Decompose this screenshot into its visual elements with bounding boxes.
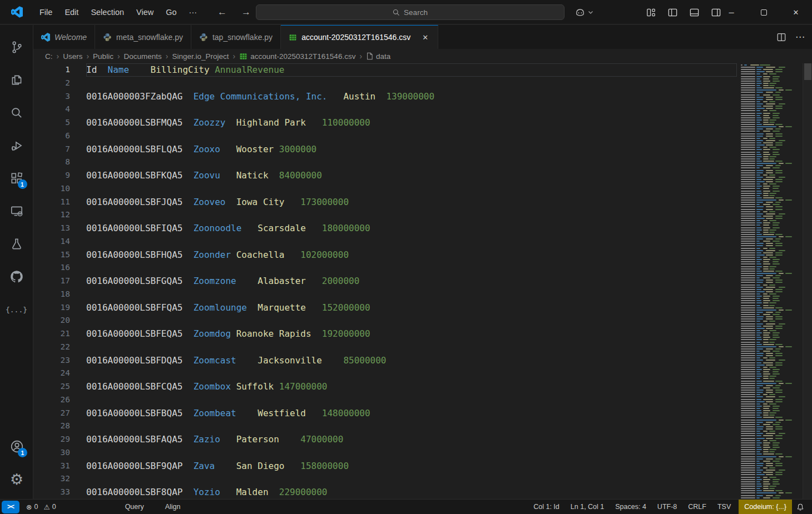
line-number[interactable]: 28: [33, 420, 70, 433]
breadcrumb-item-singer-io-project[interactable]: Singer.io_Project: [171, 52, 231, 61]
line-number[interactable]: 33: [33, 486, 70, 499]
line-number[interactable]: 32: [33, 472, 70, 486]
breadcrumb-item-account-20250312t161546-csv[interactable]: account-20250312T161546.csv: [237, 52, 357, 61]
code-line[interactable]: [86, 341, 737, 354]
breadcrumb-item-public[interactable]: Public: [91, 52, 115, 61]
code-line[interactable]: 0016A00000LSBFIQA5 Zoonoodle Scarsdale 1…: [86, 222, 737, 235]
menu-selection[interactable]: Selection: [85, 5, 130, 19]
code-area[interactable]: Id Name BillingCity AnnualRevenue 0016A0…: [86, 63, 737, 499]
code-line[interactable]: [86, 367, 737, 380]
line-number[interactable]: 3: [33, 90, 70, 103]
status-align[interactable]: Align: [161, 503, 185, 511]
code-line[interactable]: 0016A00000LSBFAQA5 Zazio Paterson 470000…: [86, 433, 737, 446]
code-line[interactable]: [86, 261, 737, 275]
code-line[interactable]: 0016A00000LSBFJQA5 Zooveo Iowa City 1730…: [86, 196, 737, 209]
line-number[interactable]: 26: [33, 393, 70, 407]
line-number[interactable]: 2: [33, 77, 70, 90]
menu-more[interactable]: ···: [183, 5, 204, 19]
line-number[interactable]: 24: [33, 367, 70, 380]
problems-status[interactable]: ⊗ 0 ⚠ 0: [23, 503, 60, 511]
tab-Welcome[interactable]: Welcome: [33, 25, 95, 49]
line-number[interactable]: 29: [33, 433, 70, 446]
remote-indicator[interactable]: ><: [2, 501, 19, 513]
line-number[interactable]: 8: [33, 156, 70, 169]
code-line[interactable]: 0016A00000LSBFGQA5 Zoomzone Alabaster 20…: [86, 275, 737, 288]
line-number[interactable]: 30: [33, 446, 70, 460]
status-tsv[interactable]: TSV: [713, 503, 735, 511]
tab-close-icon[interactable]: ✕: [420, 33, 430, 42]
search-button[interactable]: [3, 96, 30, 129]
code-line[interactable]: 0016A00000LSBFEQA5 Zoomdog Roanoke Rapid…: [86, 327, 737, 341]
code-line[interactable]: [86, 77, 737, 90]
code-line[interactable]: Id Name BillingCity AnnualRevenue: [86, 63, 737, 77]
line-number-gutter[interactable]: 1234567891011121314151617181920212223242…: [33, 63, 70, 499]
code-line[interactable]: 0016A00000LSBFMQA5 Zoozzy Highland Park …: [86, 116, 737, 129]
accounts-button[interactable]: 1: [3, 430, 30, 463]
settings-button[interactable]: ⚙: [3, 463, 30, 496]
line-number[interactable]: 19: [33, 301, 70, 315]
line-number[interactable]: 13: [33, 222, 70, 235]
line-number[interactable]: 5: [33, 116, 70, 129]
line-number[interactable]: 22: [33, 341, 70, 354]
snippets-button[interactable]: {...}: [3, 293, 30, 326]
notifications-bell[interactable]: [792, 500, 809, 514]
code-line[interactable]: [86, 103, 737, 116]
code-line[interactable]: [86, 288, 737, 301]
code-line[interactable]: 0016A00000LSBFCQA5 Zoombox Suffolk 14700…: [86, 380, 737, 393]
explorer-button[interactable]: [3, 63, 30, 96]
line-number[interactable]: 14: [33, 235, 70, 248]
menu-view[interactable]: View: [130, 5, 160, 19]
status-col-1-id[interactable]: Col 1: Id: [529, 503, 564, 511]
line-number[interactable]: 7: [33, 143, 70, 156]
code-line[interactable]: [86, 393, 737, 407]
code-line[interactable]: 0016A00000LSBFKQA5 Zoovu Natick 84000000: [86, 169, 737, 182]
code-line[interactable]: [86, 472, 737, 486]
status-spaces-4[interactable]: Spaces: 4: [611, 503, 651, 511]
extensions-button[interactable]: 1: [3, 162, 30, 194]
copilot-button[interactable]: [575, 0, 593, 24]
line-number[interactable]: 17: [33, 275, 70, 288]
code-line[interactable]: 0016A00000LSBFFQA5 Zoomlounge Marquette …: [86, 301, 737, 315]
toggle-primary-sidebar-button[interactable]: [666, 6, 680, 19]
code-line[interactable]: [86, 208, 737, 222]
toggle-panel-button[interactable]: [687, 6, 701, 19]
status-query[interactable]: Query: [121, 503, 148, 511]
status-ln-1-col-1[interactable]: Ln 1, Col 1: [566, 503, 608, 511]
customize-layout-button[interactable]: [644, 6, 658, 19]
scrollbar-thumb[interactable]: [804, 63, 811, 80]
run-debug-button[interactable]: [3, 129, 30, 162]
code-line[interactable]: 0016A00000LSBFLQA5 Zooxo Wooster 3000000: [86, 143, 737, 156]
line-number[interactable]: 20: [33, 314, 70, 327]
github-button[interactable]: [3, 260, 30, 293]
close-button[interactable]: ✕: [780, 0, 812, 24]
line-number[interactable]: 15: [33, 248, 70, 262]
back-button[interactable]: ←: [214, 6, 230, 19]
breadcrumb-item-c-[interactable]: C:: [43, 52, 55, 61]
breadcrumb-item-documents[interactable]: Documents: [122, 52, 164, 61]
line-number[interactable]: 31: [33, 460, 70, 473]
status-crlf[interactable]: CRLF: [684, 503, 711, 511]
line-number[interactable]: 23: [33, 354, 70, 367]
code-line[interactable]: 0016A00000LSBF9QAP Zava San Diego 158000…: [86, 460, 737, 473]
line-number[interactable]: 10: [33, 182, 70, 196]
split-editor-button[interactable]: [776, 32, 786, 42]
more-actions-button[interactable]: ⋯: [795, 31, 805, 43]
search-input[interactable]: Search: [256, 4, 565, 20]
maximize-button[interactable]: [747, 0, 780, 24]
breadcrumb-item-data[interactable]: data: [364, 52, 392, 61]
code-line[interactable]: [86, 182, 737, 196]
vertical-scrollbar[interactable]: [803, 63, 812, 499]
tab-meta_snowflake.py[interactable]: meta_snowflake.py: [95, 25, 191, 49]
line-number[interactable]: 16: [33, 261, 70, 275]
code-line[interactable]: [86, 446, 737, 460]
line-number[interactable]: 27: [33, 407, 70, 420]
line-number[interactable]: 4: [33, 103, 70, 116]
line-number[interactable]: 1: [33, 63, 70, 77]
menu-edit[interactable]: Edit: [58, 5, 85, 19]
code-line[interactable]: [86, 235, 737, 248]
source-control-button[interactable]: [3, 31, 30, 63]
code-line[interactable]: [86, 129, 737, 143]
code-line[interactable]: 0016A00000LSBF8QAP Yozio Malden 22900000…: [86, 486, 737, 499]
minimap[interactable]: [737, 63, 803, 499]
tab-tap_snowflake.py[interactable]: tap_snowflake.py: [191, 25, 281, 49]
